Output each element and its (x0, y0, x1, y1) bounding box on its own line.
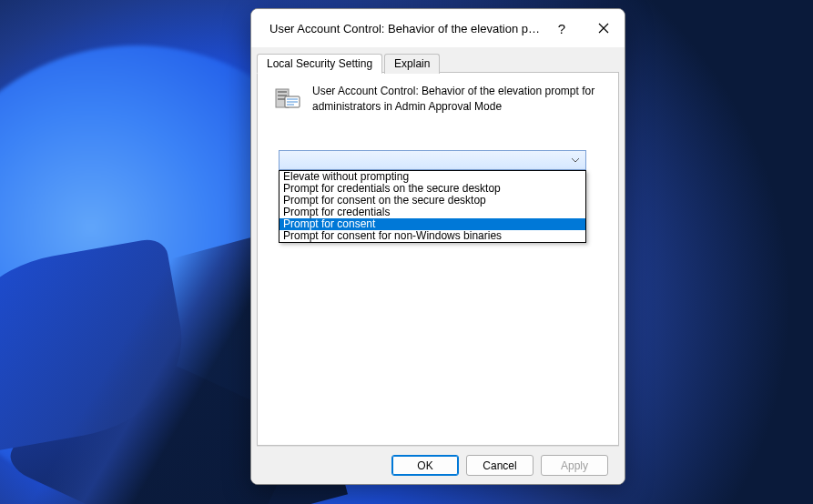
policy-icon (272, 84, 301, 113)
chevron-down-icon (571, 157, 580, 163)
tab-local-security-setting[interactable]: Local Security Setting (257, 54, 382, 74)
tab-explain[interactable]: Explain (384, 54, 440, 74)
dialog-footer: OK Cancel Apply (257, 446, 619, 484)
setting-combobox[interactable] (279, 150, 586, 170)
cancel-button[interactable]: Cancel (466, 455, 534, 476)
setting-dropdown-list: Elevate without prompting Prompt for cre… (279, 170, 586, 243)
policy-header: User Account Control: Behavior of the el… (272, 84, 604, 115)
apply-button[interactable]: Apply (541, 455, 608, 476)
window-title: User Account Control: Behavior of the el… (269, 22, 541, 35)
svg-rect-1 (278, 91, 287, 93)
setting-combo-wrap: Elevate without prompting Prompt for cre… (279, 150, 586, 170)
wallpaper-shape (0, 237, 196, 455)
close-button[interactable] (583, 9, 625, 47)
titlebar: User Account Control: Behavior of the el… (251, 9, 625, 47)
tab-panel: User Account Control: Behavior of the el… (257, 72, 619, 446)
policy-description: User Account Control: Behavior of the el… (312, 84, 604, 115)
help-button[interactable]: ? (541, 9, 583, 47)
properties-dialog: User Account Control: Behavior of the el… (250, 8, 625, 485)
ok-button[interactable]: OK (391, 455, 459, 476)
tab-strip: Local Security Setting Explain (257, 53, 619, 73)
dialog-body: Local Security Setting Explain User Acco… (251, 47, 625, 484)
close-icon (598, 23, 609, 34)
dropdown-option[interactable]: Prompt for consent for non-Windows binar… (279, 230, 585, 242)
help-icon: ? (558, 21, 565, 36)
